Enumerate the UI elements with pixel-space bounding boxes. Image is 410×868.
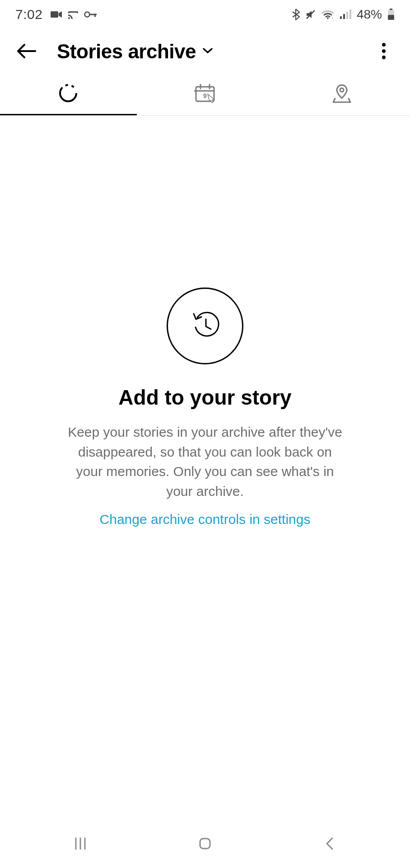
nav-recents-button[interactable] bbox=[53, 830, 107, 858]
status-time: 7:02 bbox=[15, 7, 42, 22]
cast-icon bbox=[68, 10, 79, 19]
recents-icon bbox=[72, 835, 89, 853]
svg-point-1 bbox=[68, 17, 70, 19]
svg-rect-4 bbox=[94, 14, 96, 17]
vpn-key-icon bbox=[84, 11, 98, 18]
mute-icon bbox=[305, 9, 316, 20]
empty-state: Add to your story Keep your stories in y… bbox=[0, 116, 410, 527]
page-title: Stories archive bbox=[57, 40, 196, 63]
back-button[interactable] bbox=[13, 38, 40, 65]
archive-tabs: 9 bbox=[0, 74, 410, 116]
svg-point-17 bbox=[382, 49, 386, 53]
svg-text:↑↓: ↑↓ bbox=[331, 16, 334, 19]
calendar-icon: 9 bbox=[194, 83, 216, 105]
empty-state-title: Add to your story bbox=[118, 385, 291, 410]
nav-back-button[interactable] bbox=[303, 830, 357, 858]
tab-location[interactable] bbox=[273, 74, 410, 115]
svg-rect-14 bbox=[388, 15, 394, 20]
svg-rect-9 bbox=[343, 14, 345, 19]
bluetooth-icon bbox=[292, 9, 300, 20]
video-icon bbox=[51, 10, 62, 19]
system-nav-bar bbox=[0, 820, 410, 868]
svg-rect-8 bbox=[340, 16, 342, 19]
change-archive-settings-link[interactable]: Change archive controls in settings bbox=[100, 512, 311, 527]
signal-icon bbox=[340, 9, 351, 19]
svg-rect-12 bbox=[390, 9, 392, 10]
title-dropdown[interactable]: Stories archive bbox=[57, 40, 213, 63]
battery-percent: 48% bbox=[357, 7, 382, 22]
battery-icon bbox=[387, 9, 395, 20]
tab-calendar[interactable]: 9 bbox=[137, 74, 274, 115]
svg-point-2 bbox=[85, 12, 90, 17]
app-header: Stories archive bbox=[0, 29, 410, 74]
more-vertical-icon bbox=[382, 42, 386, 61]
nav-home-button[interactable] bbox=[178, 830, 232, 858]
svg-rect-11 bbox=[349, 9, 351, 19]
svg-rect-29 bbox=[200, 839, 210, 849]
empty-state-description: Keep your stories in your archive after … bbox=[65, 422, 345, 501]
tab-stories[interactable] bbox=[0, 74, 137, 115]
status-bar: 7:02 ↑↓ 48% bbox=[0, 0, 410, 29]
home-icon bbox=[197, 835, 213, 853]
nav-back-icon bbox=[324, 835, 335, 853]
svg-point-25 bbox=[340, 88, 344, 92]
svg-point-6 bbox=[327, 17, 329, 19]
svg-point-16 bbox=[382, 43, 386, 47]
svg-rect-0 bbox=[51, 11, 58, 18]
svg-point-19 bbox=[60, 85, 76, 101]
location-pin-icon bbox=[331, 83, 352, 105]
svg-point-18 bbox=[382, 56, 386, 59]
empty-state-icon-circle bbox=[167, 288, 243, 364]
story-ring-icon bbox=[58, 83, 78, 105]
status-left: 7:02 bbox=[15, 7, 98, 22]
more-options-button[interactable] bbox=[370, 38, 397, 65]
svg-rect-10 bbox=[346, 12, 348, 19]
svg-text:9: 9 bbox=[203, 92, 207, 99]
chevron-down-icon bbox=[202, 47, 213, 56]
history-icon bbox=[189, 309, 221, 343]
wifi-icon: ↑↓ bbox=[321, 9, 334, 19]
status-right: ↑↓ 48% bbox=[292, 7, 395, 22]
arrow-left-icon bbox=[15, 42, 37, 61]
